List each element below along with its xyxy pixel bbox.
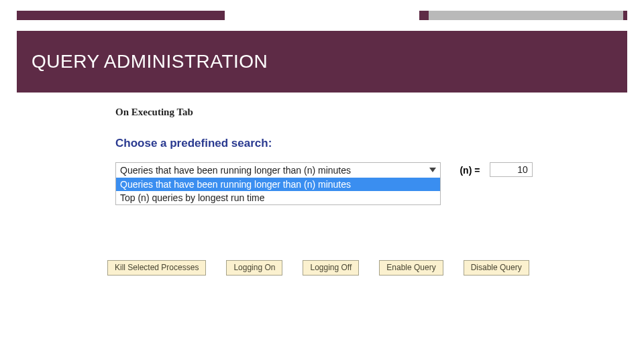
n-parameter: (n) = (460, 162, 532, 178)
logging-on-button[interactable]: Logging On (226, 260, 282, 276)
page-subtitle: On Executing Tab (115, 106, 223, 118)
n-input[interactable] (490, 162, 533, 177)
dropdown-selected-label: Queries that have been running longer th… (120, 165, 351, 176)
dropdown-list: Queries that have been running longer th… (115, 178, 441, 205)
kill-selected-processes-button[interactable]: Kill Selected Processes (107, 260, 206, 276)
action-button-row: Kill Selected Processes Logging On Loggi… (107, 260, 529, 276)
stripe (17, 11, 225, 20)
logging-off-button[interactable]: Logging Off (303, 260, 359, 276)
header-decorative-stripes (17, 11, 627, 20)
panel-heading: Choose a predefined search: (115, 137, 578, 150)
n-label: (n) = (460, 162, 480, 178)
enable-query-button[interactable]: Enable Query (379, 260, 443, 276)
dropdown-option[interactable]: Queries that have been running longer th… (116, 178, 440, 191)
dropdown-option[interactable]: Top (n) queries by longest run time (116, 191, 440, 204)
stripe (429, 11, 623, 20)
page-title: QUERY ADMINISTRATION (32, 51, 268, 72)
stripe (623, 11, 627, 20)
stripe (419, 11, 429, 20)
predefined-search-panel: Choose a predefined search: Queries that… (115, 133, 578, 178)
chevron-down-icon (429, 168, 436, 172)
stripe (225, 11, 419, 20)
disable-query-button[interactable]: Disable Query (464, 260, 529, 276)
dropdown-selected[interactable]: Queries that have been running longer th… (115, 162, 441, 178)
title-band: QUERY ADMINISTRATION (17, 31, 627, 93)
predefined-search-dropdown[interactable]: Queries that have been running longer th… (115, 162, 441, 178)
